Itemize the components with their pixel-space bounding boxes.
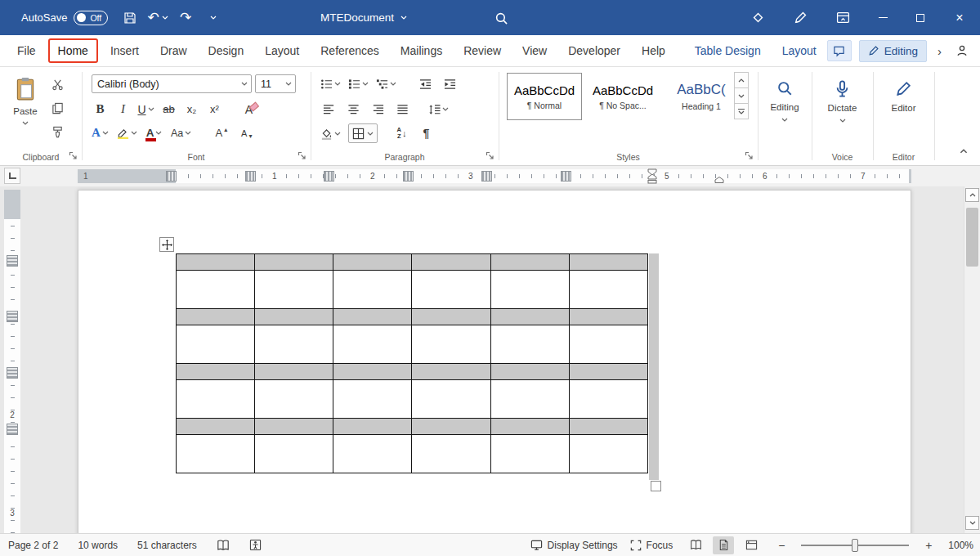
comments-button[interactable]: [827, 40, 852, 61]
tab-home[interactable]: Home: [48, 38, 98, 63]
search-button[interactable]: [489, 6, 513, 30]
styles-dialog-launcher[interactable]: [743, 150, 754, 161]
editing-mode-button[interactable]: Editing: [859, 40, 927, 62]
borders-button[interactable]: [348, 123, 378, 143]
grow-font-button[interactable]: A▴: [213, 123, 230, 142]
zoom-level[interactable]: 100%: [948, 540, 973, 551]
change-case-button[interactable]: Aa: [171, 123, 191, 142]
styles-scroll-down-button[interactable]: [734, 87, 749, 104]
page-indicator[interactable]: Page 2 of 2: [8, 540, 58, 551]
table-move-handle[interactable]: [159, 237, 174, 252]
table-cell[interactable]: [412, 271, 490, 309]
styles-more-button[interactable]: [734, 103, 749, 119]
table-cell[interactable]: [255, 364, 333, 380]
table-cell[interactable]: [177, 254, 255, 271]
diamond-icon-button[interactable]: [736, 0, 779, 35]
tab-file[interactable]: File: [7, 38, 47, 64]
editing-menu-button[interactable]: Editing: [760, 70, 809, 152]
show-more-chevron-button[interactable]: ›: [934, 44, 945, 58]
table-cell[interactable]: [490, 419, 569, 435]
close-button[interactable]: ×: [939, 0, 980, 35]
table-cell[interactable]: [490, 271, 569, 309]
dictate-button[interactable]: Dictate: [818, 70, 867, 152]
numbering-button[interactable]: [348, 74, 369, 93]
paste-button[interactable]: Paste: [7, 72, 44, 150]
copy-button[interactable]: [49, 99, 66, 118]
table-cell[interactable]: [177, 419, 255, 435]
table-row-marker[interactable]: [7, 424, 18, 435]
table-cell[interactable]: [177, 435, 255, 473]
shrink-font-button[interactable]: A▾: [238, 123, 255, 142]
read-mode-button[interactable]: [685, 536, 706, 554]
italic-button[interactable]: I: [114, 100, 132, 119]
table-cell[interactable]: [412, 309, 490, 325]
table-cell[interactable]: [255, 419, 333, 435]
document-title[interactable]: MTEDocument: [320, 0, 407, 35]
table-cell[interactable]: [412, 364, 490, 380]
table-cell[interactable]: [177, 325, 255, 364]
tab-layout[interactable]: Layout: [254, 38, 310, 64]
font-dialog-launcher[interactable]: [296, 150, 307, 161]
accessibility-checker-button[interactable]: [249, 539, 262, 551]
table-cell[interactable]: [412, 435, 490, 473]
table-cell[interactable]: [569, 254, 647, 271]
table-cell[interactable]: [255, 435, 333, 473]
collapse-ribbon-button[interactable]: [955, 144, 972, 159]
table-cell[interactable]: [490, 380, 569, 419]
right-indent-marker[interactable]: [714, 177, 724, 183]
tab-review[interactable]: Review: [453, 38, 512, 64]
table-cell[interactable]: [412, 380, 490, 419]
table-row-marker[interactable]: [7, 311, 18, 322]
tab-mailings[interactable]: Mailings: [390, 38, 453, 64]
table-cell[interactable]: [333, 271, 412, 309]
save-button[interactable]: [116, 0, 144, 35]
table-cell[interactable]: [177, 271, 255, 309]
table-row-marker[interactable]: [7, 255, 18, 267]
redo-button[interactable]: ↷: [172, 0, 199, 35]
table-cell[interactable]: [569, 271, 647, 309]
undo-button[interactable]: ↶: [144, 0, 172, 35]
table-cell[interactable]: [333, 419, 412, 435]
table-cell[interactable]: [333, 254, 412, 271]
zoom-slider-thumb[interactable]: [852, 539, 858, 552]
table-cell[interactable]: [569, 435, 647, 473]
table-cell[interactable]: [255, 271, 333, 309]
table-cell[interactable]: [490, 309, 569, 325]
table-cell[interactable]: [569, 309, 647, 325]
table-cell[interactable]: [412, 419, 490, 435]
format-painter-button[interactable]: [49, 123, 66, 141]
table-row-marker[interactable]: [7, 367, 18, 379]
table-cell[interactable]: [255, 325, 333, 364]
align-left-button[interactable]: [320, 100, 338, 119]
share-button[interactable]: [952, 44, 972, 57]
minimize-button[interactable]: [864, 0, 902, 35]
table-cell[interactable]: [490, 325, 569, 364]
table-column-marker[interactable]: [481, 171, 492, 182]
decrease-indent-button[interactable]: [417, 74, 434, 93]
table-column-marker[interactable]: [403, 171, 414, 182]
character-count[interactable]: 51 characters: [137, 540, 197, 551]
tab-view[interactable]: View: [512, 38, 557, 64]
style-heading-1[interactable]: AaBbC( Heading 1: [664, 73, 739, 120]
bold-button[interactable]: B: [92, 100, 109, 119]
table-cell[interactable]: [177, 309, 255, 325]
styles-scroll-up-button[interactable]: [734, 72, 749, 88]
superscript-button[interactable]: x²: [206, 100, 223, 119]
table-cell[interactable]: [333, 435, 412, 473]
subscript-button[interactable]: x₂: [183, 100, 200, 119]
table-cell[interactable]: [177, 380, 255, 419]
scrollbar-thumb[interactable]: [966, 208, 978, 267]
tab-draw[interactable]: Draw: [150, 38, 198, 64]
table-cell[interactable]: [333, 309, 412, 325]
tab-insert[interactable]: Insert: [100, 38, 150, 64]
style-no-spacing[interactable]: AaBbCcDd ¶ No Spac...: [585, 73, 660, 120]
clipboard-dialog-launcher[interactable]: [67, 150, 78, 161]
table-cell[interactable]: [569, 325, 647, 364]
font-color-button[interactable]: A: [145, 123, 163, 142]
proofing-status-button[interactable]: [217, 539, 230, 552]
tab-developer[interactable]: Developer: [557, 38, 631, 64]
zoom-slider[interactable]: [801, 537, 909, 554]
ribbon-display-options-button[interactable]: [821, 0, 864, 35]
zoom-out-button[interactable]: −: [774, 538, 789, 553]
table-cell[interactable]: [255, 380, 333, 419]
